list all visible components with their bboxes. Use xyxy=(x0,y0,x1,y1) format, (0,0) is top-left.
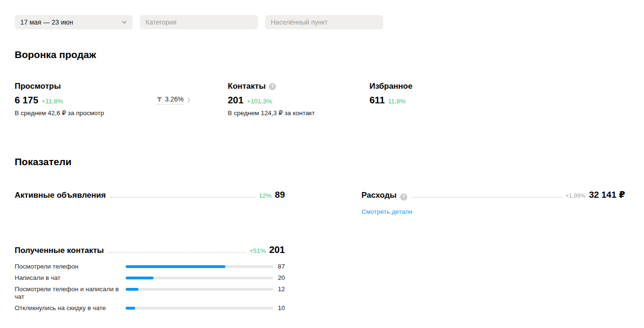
received-contacts-label: Полученные контакты xyxy=(15,246,104,255)
received-contacts-value: 201 xyxy=(269,244,285,255)
active-listings-delta: 12% xyxy=(259,192,272,199)
bar-label: Откликнулись на скидку в чате xyxy=(15,304,126,312)
expenses-delta: +1,99% xyxy=(566,193,586,199)
bar-track xyxy=(126,265,273,268)
funnel-icon xyxy=(156,96,163,102)
dotted-leader xyxy=(110,197,255,198)
funnel-card-favorites: Избранное 611 11,8% xyxy=(369,82,412,117)
contact-type-row: Посмотрели телефон87 xyxy=(15,263,285,270)
active-listings-label: Активные объявления xyxy=(15,191,106,200)
bar-label: Посмотрели телефон и написали в чат xyxy=(15,286,126,301)
expenses-details-link[interactable]: Смотреть детали xyxy=(361,208,412,215)
category-input[interactable] xyxy=(140,15,258,29)
conversion-slot: 3.26% xyxy=(156,82,228,117)
conversion-value: 3.26% xyxy=(165,95,184,103)
date-range-select[interactable]: 17 мая — 23 июн xyxy=(15,15,133,29)
contact-type-row: Написали в чат20 xyxy=(15,274,285,282)
contacts-value: 201 xyxy=(228,94,243,106)
favorites-value: 611 xyxy=(369,94,385,106)
bar-fill xyxy=(126,277,154,279)
chevron-down-icon xyxy=(121,19,127,25)
favorites-title: Избранное xyxy=(369,82,412,91)
active-listings-metric: Активные объявления 12% 89 xyxy=(15,190,285,200)
bar-label: Посмотрели телефон xyxy=(15,263,126,270)
funnel-row: Просмотры 6 175 +11,8% В среднем 42,6 ₽ … xyxy=(15,82,625,117)
views-value: 6 175 xyxy=(15,94,38,106)
bar-value: 20 xyxy=(273,274,285,282)
metrics-grid: Активные объявления 12% 89 Полученные ко… xyxy=(15,190,625,316)
funnel-section-title: Воронка продаж xyxy=(15,49,625,60)
dotted-leader xyxy=(411,197,561,198)
bar-fill xyxy=(126,307,135,310)
dotted-leader xyxy=(108,252,246,253)
views-delta: +11,8% xyxy=(42,98,63,105)
contacts-title: Контакты xyxy=(228,82,266,91)
funnel-card-views: Просмотры 6 175 +11,8% В среднем 42,6 ₽ … xyxy=(15,82,156,117)
location-input[interactable] xyxy=(265,15,383,29)
expenses-metric: Расходы ? +1,99% 32 141 ₽ xyxy=(361,190,625,200)
bar-fill xyxy=(126,288,138,291)
contacts-breakdown-chart: Посмотрели телефон87Написали в чат20Посм… xyxy=(15,263,285,312)
views-title: Просмотры xyxy=(15,82,156,91)
chevron-right-icon xyxy=(186,98,191,103)
contacts-delta: +101,3% xyxy=(247,98,272,105)
bar-track xyxy=(126,307,273,310)
contacts-subtitle: В среднем 124,3 ₽ за контакт xyxy=(228,109,369,117)
views-to-contacts-conversion[interactable]: 3.26% xyxy=(156,95,191,105)
received-contacts-delta: +51% xyxy=(249,247,266,254)
active-listings-value: 89 xyxy=(275,190,285,200)
bar-value: 12 xyxy=(273,286,285,293)
help-icon[interactable]: ? xyxy=(400,193,407,201)
avito-analytics-page: 17 мая — 23 июн Воронка продаж Просмотры… xyxy=(0,0,644,328)
funnel-card-contacts: Контакты ? 201 +101,3% В среднем 124,3 ₽… xyxy=(228,82,369,117)
contact-type-row: Посмотрели телефон и написали в чат12 xyxy=(15,286,285,301)
help-icon[interactable]: ? xyxy=(269,83,276,90)
expenses-label: Расходы xyxy=(361,191,396,200)
filters-bar: 17 мая — 23 июн xyxy=(15,15,625,29)
bar-track xyxy=(126,277,273,279)
bar-fill xyxy=(126,265,225,268)
expenses-value: 32 141 ₽ xyxy=(589,190,625,200)
metrics-section-title: Показатели xyxy=(15,156,625,168)
received-contacts-metric: Полученные контакты +51% 201 xyxy=(15,244,285,255)
bar-track xyxy=(126,288,273,291)
date-range-value: 17 мая — 23 июн xyxy=(20,18,73,26)
contact-type-row: Откликнулись на скидку в чате10 xyxy=(15,304,285,312)
favorites-delta: 11,8% xyxy=(388,98,405,105)
views-subtitle: В среднем 42,6 ₽ за просмотр xyxy=(15,109,156,117)
bar-label: Написали в чат xyxy=(15,274,126,282)
bar-value: 87 xyxy=(273,263,285,270)
bar-value: 10 xyxy=(273,304,285,312)
